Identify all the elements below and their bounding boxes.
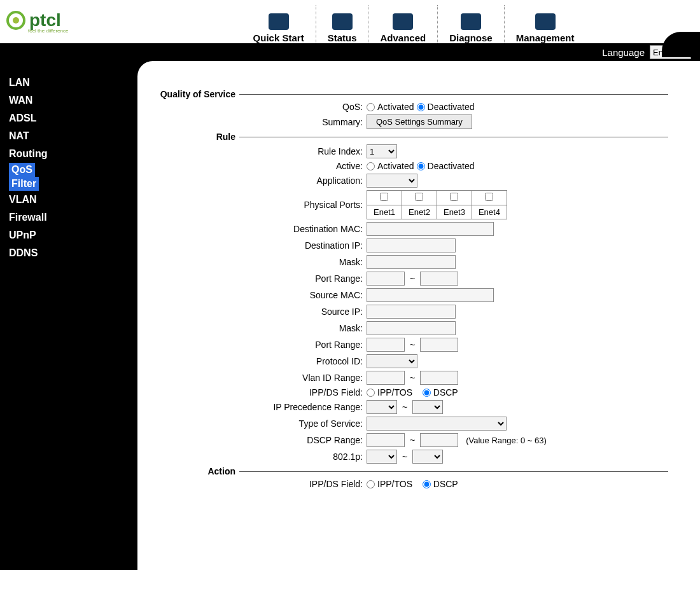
physical-ports-label: Physical Ports:	[157, 200, 367, 210]
p8021-from-select[interactable]	[367, 450, 397, 464]
ipp-tos-text: IPP/TOS	[377, 387, 412, 397]
port-enet2-label: Enet2	[402, 205, 437, 219]
protocol-label: Protocol ID:	[157, 356, 367, 366]
port-range2-to-input[interactable]	[420, 338, 458, 352]
physical-ports-table: Enet1 Enet2 Enet3 Enet4	[367, 190, 507, 219]
nav-label: Advanced	[380, 32, 426, 43]
port-enet2-checkbox[interactable]	[415, 193, 423, 201]
port-enet1-label: Enet1	[367, 205, 402, 219]
dscp-radio[interactable]	[423, 389, 431, 397]
port-range2-label: Port Range:	[157, 340, 367, 350]
section-action-title: Action	[157, 466, 239, 476]
active-activated-radio[interactable]	[367, 162, 375, 170]
tos-select[interactable]	[367, 417, 507, 431]
dest-mac-input[interactable]	[367, 222, 494, 236]
dscp-range-label: DSCP Range:	[157, 435, 367, 445]
sidebar-item-filter[interactable]: Filter	[9, 177, 39, 191]
mask-label: Mask:	[157, 257, 367, 267]
advanced-icon	[393, 13, 413, 30]
nav-quick-start[interactable]: Quick Start	[242, 5, 316, 43]
sidebar: LAN WAN ADSL NAT Routing QoS Filter VLAN…	[0, 61, 137, 570]
mask-input[interactable]	[367, 255, 456, 269]
port-enet1-checkbox[interactable]	[380, 193, 388, 201]
nav-management[interactable]: Management	[505, 5, 586, 43]
nav-diagnose[interactable]: Diagnose	[438, 5, 505, 43]
action-ipp-ds-label: IPP/DS Field:	[157, 479, 367, 489]
diagnose-icon	[461, 13, 481, 30]
port-range-from-input[interactable]	[367, 272, 405, 286]
sidebar-item-firewall[interactable]: Firewall	[9, 209, 129, 226]
section-rule-title: Rule	[157, 132, 239, 142]
dscp-from-input[interactable]	[367, 433, 405, 447]
nav-status[interactable]: Status	[316, 5, 369, 43]
port-range2-from-input[interactable]	[367, 338, 405, 352]
ip-prec-to-select[interactable]	[412, 400, 443, 414]
nav-advanced[interactable]: Advanced	[368, 5, 438, 43]
sidebar-item-upnp[interactable]: UPnP	[9, 226, 129, 244]
src-mac-input[interactable]	[367, 288, 494, 302]
ipp-tos-radio[interactable]	[367, 389, 375, 397]
dest-ip-label: Destination IP:	[157, 240, 367, 251]
mask2-input[interactable]	[367, 321, 456, 335]
tos-label: Type of Service:	[157, 418, 367, 429]
application-label: Application:	[157, 176, 367, 186]
vlan-from-input[interactable]	[367, 371, 405, 385]
language-label: Language	[602, 47, 645, 58]
qos-deactivated-radio[interactable]	[417, 103, 425, 111]
status-icon	[332, 13, 353, 30]
port-enet4-checkbox[interactable]	[485, 193, 493, 201]
sidebar-item-nat[interactable]: NAT	[9, 127, 129, 145]
qos-label: QoS:	[157, 102, 367, 112]
src-ip-input[interactable]	[367, 305, 456, 319]
action-ipp-tos-text: IPP/TOS	[377, 479, 412, 489]
active-deactivated-radio[interactable]	[417, 162, 425, 170]
port-range-to-input[interactable]	[420, 272, 458, 286]
sidebar-item-wan[interactable]: WAN	[9, 92, 129, 109]
qos-activated-radio[interactable]	[367, 103, 375, 111]
brand-logo: ptcl feel the difference	[0, 10, 127, 34]
sidebar-item-ddns[interactable]: DDNS	[9, 244, 129, 262]
language-bar: Language English	[0, 43, 700, 61]
dscp-text: DSCP	[433, 387, 458, 397]
rule-index-select[interactable]: 1	[367, 144, 397, 158]
nav-label: Quick Start	[253, 32, 304, 43]
sidebar-item-vlan[interactable]: VLAN	[9, 191, 129, 209]
active-deactivated-text: Deactivated	[428, 161, 475, 171]
p8021-label: 802.1p:	[157, 452, 367, 462]
action-ipp-tos-radio[interactable]	[367, 480, 375, 488]
sidebar-item-lan[interactable]: LAN	[9, 74, 129, 92]
summary-label: Summary:	[157, 117, 367, 127]
main-nav: Quick Start Status Advanced Diagnose Man…	[127, 0, 700, 43]
dscp-note: (Value Range: 0 ~ 63)	[466, 436, 547, 445]
quickstart-icon	[269, 13, 289, 30]
dest-ip-input[interactable]	[367, 238, 456, 252]
nav-label: Status	[328, 32, 357, 43]
p8021-to-select[interactable]	[412, 450, 443, 464]
sidebar-item-adsl[interactable]: ADSL	[9, 109, 129, 127]
nav-label: Diagnose	[449, 32, 493, 43]
logo-text: ptcl	[29, 10, 61, 31]
section-qos-title: Quality of Service	[157, 89, 239, 99]
action-dscp-radio[interactable]	[423, 480, 431, 488]
protocol-select[interactable]	[367, 354, 417, 368]
port-enet3-checkbox[interactable]	[450, 193, 458, 201]
src-ip-label: Source IP:	[157, 307, 367, 317]
src-mac-label: Source MAC:	[157, 290, 367, 300]
ip-prec-label: IP Precedence Range:	[157, 402, 367, 412]
logo-tagline: feel the difference	[28, 28, 127, 34]
qos-summary-button[interactable]: QoS Settings Summary	[367, 114, 472, 129]
dest-mac-label: Destination MAC:	[157, 224, 367, 234]
dscp-to-input[interactable]	[420, 433, 458, 447]
application-select[interactable]	[367, 174, 417, 188]
nav-label: Management	[516, 32, 575, 43]
sidebar-item-routing[interactable]: Routing	[9, 145, 129, 163]
vlan-to-input[interactable]	[420, 371, 458, 385]
ip-prec-from-select[interactable]	[367, 400, 397, 414]
content-panel: SetupRouter.com Quality of Service QoS: …	[137, 61, 700, 570]
active-activated-text: Activated	[377, 161, 414, 171]
vlan-range-label: Vlan ID Range:	[157, 373, 367, 383]
sidebar-item-qos[interactable]: QoS	[9, 163, 35, 177]
port-range-label: Port Range:	[157, 273, 367, 284]
qos-deactivated-text: Deactivated	[428, 102, 475, 112]
port-enet4-label: Enet4	[472, 205, 507, 219]
